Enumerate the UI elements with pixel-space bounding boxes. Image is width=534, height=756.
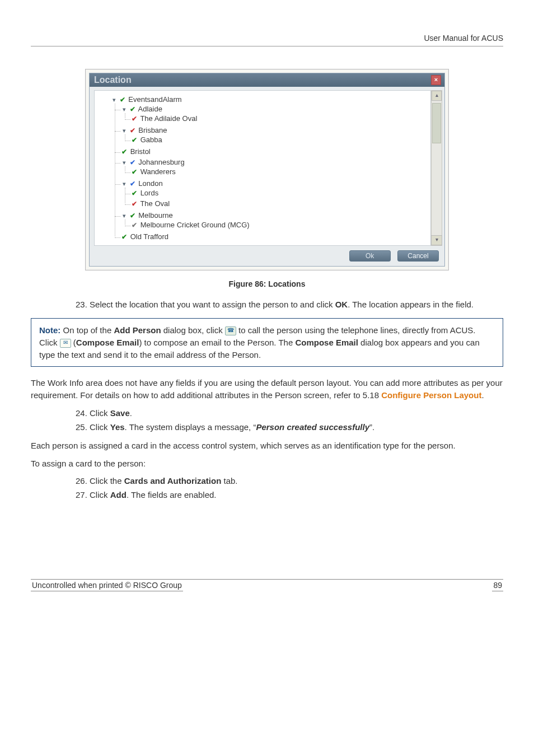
figure-caption: Figure 86: Locations (31, 279, 503, 288)
step-number: 27. (76, 490, 87, 500)
check-icon: ✔ (121, 148, 127, 156)
step-26: 26. Click the Cards and Authorization ta… (76, 475, 503, 487)
tree-node[interactable]: Lords (140, 189, 159, 197)
dialog-titlebar: Location × (90, 73, 444, 87)
check-icon: ✔ (121, 233, 127, 241)
tree-node[interactable]: Gabba (140, 136, 162, 144)
scroll-thumb[interactable] (432, 103, 441, 143)
check-icon: ✔ (132, 136, 137, 144)
note-label: Note: (39, 325, 60, 335)
step-text-bold: Cards and Authorization (124, 476, 222, 486)
tree-node[interactable]: Melbourne Cricket Ground (MCG) (140, 221, 250, 229)
check-icon: ✔ (132, 221, 137, 229)
step-number: 24. (76, 408, 87, 418)
chevron-down-icon[interactable]: ▾ (121, 159, 127, 166)
tree-node[interactable]: Wanderers (140, 167, 176, 176)
step-text-bold: Yes (110, 422, 125, 432)
step-text: . (130, 408, 132, 418)
step-text-bold: Save (110, 408, 130, 418)
check-icon: ✔ (132, 115, 137, 123)
figure-location-dialog: Location × ▾ ✔ EventsandAlarm (85, 69, 449, 270)
step-text: . The location appears in the field. (348, 300, 474, 309)
note-box: Note: On top of the Add Person dialog bo… (31, 318, 503, 367)
check-icon: ✔ (130, 127, 135, 134)
step-text: ”. (369, 422, 374, 432)
note-text: On top of the (60, 325, 114, 335)
check-icon: ✔ (130, 180, 135, 188)
body-paragraph: To assign a card to the person: (31, 458, 503, 470)
step-25: 25. Click Yes. The system displays a mes… (76, 421, 503, 433)
step-text: Click (90, 422, 110, 432)
step-23: 23. Select the location that you want to… (76, 298, 503, 310)
mail-icon: ✉ (60, 339, 71, 348)
body-paragraph: Each person is assigned a card in the ac… (31, 440, 503, 452)
tree-node[interactable]: Adlaide (138, 105, 162, 113)
note-text: ) to compose an email to the Person. The (139, 338, 295, 347)
step-text: . The fields are enabled. (127, 490, 217, 500)
step-text: Select the location that you want to ass… (90, 300, 335, 309)
tree-node[interactable]: Melbourne (138, 211, 172, 220)
check-icon: ✔ (130, 158, 135, 166)
scrollbar[interactable]: ▴ ▾ (431, 90, 442, 246)
step-text: Click the (90, 476, 124, 486)
tree-node-root[interactable]: EventsandAlarm (128, 95, 181, 104)
tree-node[interactable]: Brisbane (138, 126, 167, 134)
check-icon: ✔ (130, 212, 135, 220)
scroll-up-icon[interactable]: ▴ (432, 91, 442, 101)
chevron-down-icon[interactable]: ▾ (121, 106, 127, 113)
tree-node[interactable]: Bristol (130, 147, 151, 156)
tree-node[interactable]: Johannesburg (138, 158, 184, 166)
ok-button[interactable]: Ok (349, 250, 391, 262)
step-text-bold: OK (335, 300, 348, 309)
chevron-down-icon[interactable]: ▾ (121, 127, 127, 134)
note-text: ( (71, 338, 76, 347)
note-text-bold: Compose Email (76, 338, 139, 347)
note-text: dialog box, click (161, 325, 225, 335)
step-text: tab. (221, 476, 237, 486)
step-text: . The system displays a message, “ (125, 422, 256, 432)
step-number: 25. (76, 422, 87, 432)
scroll-down-icon[interactable]: ▾ (431, 235, 442, 245)
check-icon: ✔ (132, 200, 137, 208)
dialog-title: Location (94, 75, 132, 85)
tree-node[interactable]: London (138, 179, 162, 188)
check-icon: ✔ (130, 105, 135, 113)
step-number: 26. (76, 476, 87, 486)
page-header: User Manual for ACUS (31, 34, 503, 46)
step-message: Person created successfully (256, 422, 369, 432)
note-text-bold: Compose Email (295, 338, 358, 347)
step-27: 27. Click Add. The fields are enabled. (76, 489, 503, 501)
footer-left: Uncontrolled when printed © RISCO Group (31, 581, 183, 591)
check-icon: ✔ (120, 96, 125, 104)
paragraph-text: . (481, 390, 484, 400)
header-title: User Manual for ACUS (424, 34, 503, 43)
close-icon[interactable]: × (431, 75, 441, 85)
chevron-down-icon[interactable]: ▾ (111, 96, 116, 104)
location-tree[interactable]: ▾ ✔ EventsandAlarm ▾ ✔ Adlaide (94, 90, 431, 246)
cancel-button[interactable]: Cancel (397, 250, 439, 262)
step-text: Click (90, 408, 110, 418)
chevron-down-icon[interactable]: ▾ (121, 212, 127, 220)
check-icon: ✔ (132, 189, 137, 197)
step-text: Click (90, 490, 110, 500)
note-text-bold: Add Person (114, 325, 161, 335)
page-footer: Uncontrolled when printed © RISCO Group … (31, 579, 503, 591)
phone-icon: ☎ (225, 326, 236, 335)
check-icon: ✔ (132, 168, 137, 176)
step-number: 23. (76, 300, 87, 309)
tree-node[interactable]: Old Trafford (130, 232, 168, 241)
step-text-bold: Add (110, 490, 127, 500)
step-24: 24. Click Save. (76, 407, 503, 419)
link-configure-person-layout[interactable]: Configure Person Layout (381, 390, 481, 400)
footer-page-number: 89 (492, 581, 503, 591)
tree-node[interactable]: The Adilaide Oval (140, 114, 197, 123)
tree-node[interactable]: The Oval (140, 199, 170, 208)
body-paragraph: The Work Info area does not have any fie… (31, 377, 503, 402)
chevron-down-icon[interactable]: ▾ (121, 180, 127, 188)
